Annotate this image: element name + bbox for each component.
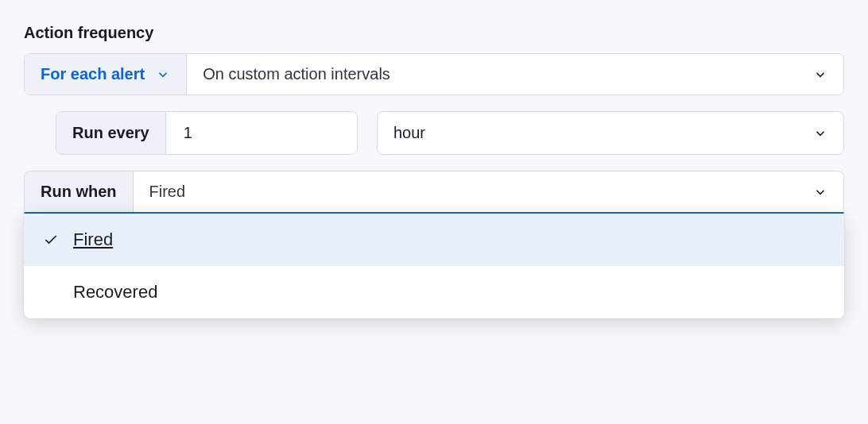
option-label: Recovered xyxy=(73,282,157,303)
run-when-select[interactable]: Fired xyxy=(134,172,843,212)
run-every-input-wrap xyxy=(166,112,357,154)
interval-mode-value: On custom action intervals xyxy=(203,65,390,83)
check-icon xyxy=(43,232,59,248)
chevron-down-icon xyxy=(156,67,170,82)
chevron-down-icon xyxy=(813,126,827,141)
run-every-unit-select[interactable]: hour xyxy=(377,111,844,155)
frequency-row: For each alert On custom action interval… xyxy=(24,53,844,95)
run-when-dropdown: Fired Recovered xyxy=(24,214,844,318)
interval-mode-select[interactable]: On custom action intervals xyxy=(187,54,843,94)
run-when-value: Fired xyxy=(149,183,186,201)
run-every-group: Run every xyxy=(56,111,358,155)
run-when-label: Run when xyxy=(25,172,134,212)
chevron-down-icon xyxy=(813,185,827,199)
run-when-option-fired[interactable]: Fired xyxy=(24,214,844,266)
run-when-group: Run when Fired xyxy=(24,171,844,214)
section-title: Action frequency xyxy=(24,24,844,42)
run-when-option-recovered[interactable]: Recovered xyxy=(24,266,844,318)
scope-select-label: For each alert xyxy=(41,65,145,83)
run-every-input[interactable] xyxy=(182,123,341,143)
option-label: Fired xyxy=(73,229,113,250)
scope-select[interactable]: For each alert xyxy=(25,54,187,94)
run-every-unit-value: hour xyxy=(393,124,425,142)
chevron-down-icon xyxy=(813,67,827,82)
run-every-label: Run every xyxy=(56,112,166,154)
